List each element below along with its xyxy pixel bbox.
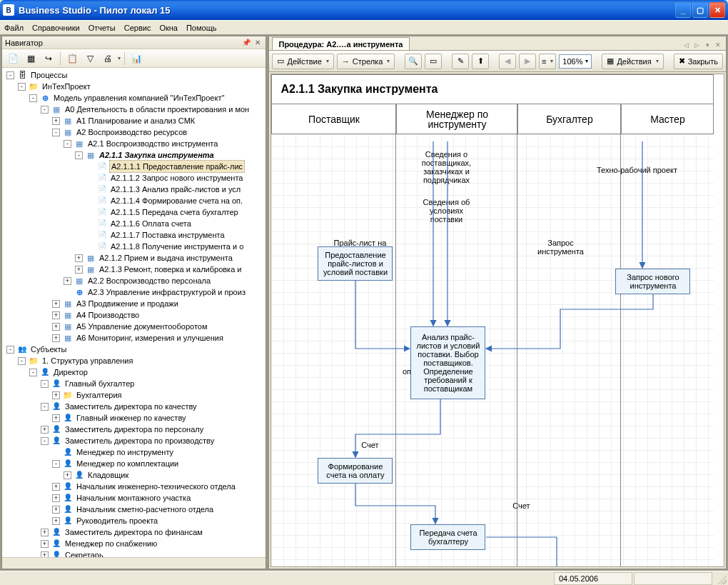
up-icon[interactable]: ⬆: [472, 54, 489, 69]
expand-icon[interactable]: -: [41, 380, 49, 388]
menu-Окна[interactable]: Окна: [159, 24, 178, 32]
expand-icon[interactable]: -: [29, 94, 37, 102]
node-newrequest[interactable]: Запрос нового инструмента: [615, 269, 690, 294]
expand-icon[interactable]: +: [41, 426, 49, 434]
tree-item[interactable]: A2.1.1.4 Формирование счета на оп.: [4, 195, 266, 206]
horizontal-scrollbar[interactable]: [2, 557, 266, 569]
close-diagram-button[interactable]: ✖ Закрыть: [674, 54, 723, 69]
tree-item[interactable]: +Главный инженер по качеству: [4, 412, 266, 424]
tree-item[interactable]: -Директор: [4, 366, 266, 378]
expand-icon[interactable]: -: [18, 83, 26, 91]
tree-item[interactable]: A2.1.1.5 Передача счета бухгалтер: [4, 206, 266, 218]
expand-icon[interactable]: +: [52, 414, 60, 422]
expand-icon[interactable]: -: [41, 437, 49, 445]
expand-icon[interactable]: +: [75, 266, 83, 274]
tree-item[interactable]: -ИнТехПроект: [4, 81, 266, 92]
zoom-in-icon[interactable]: 🔍: [405, 54, 422, 69]
expand-icon[interactable]: +: [52, 323, 60, 331]
forward-icon[interactable]: ▶: [519, 54, 536, 69]
pin-icon[interactable]: 📌: [241, 38, 251, 48]
tree-item[interactable]: А2.3 Управление инфраструктурой и произ: [4, 286, 266, 298]
copy-icon[interactable]: 📋: [64, 51, 80, 66]
tree-item[interactable]: A2.1.1.7 Поставка инструмента: [4, 229, 266, 241]
node-transferinvoice[interactable]: Передача счета бухгалтеру: [410, 524, 485, 550]
zoom-select[interactable]: 106% ▾: [559, 54, 592, 69]
menu-Справочники[interactable]: Справочники: [32, 24, 80, 32]
menu-Файл[interactable]: Файл: [4, 24, 24, 32]
node-analysis[interactable]: Анализ прайс-листов и условий поставки. …: [410, 326, 485, 399]
expand-icon[interactable]: +: [52, 506, 60, 514]
tree-item[interactable]: -A2 Воспроизводство ресурсов: [4, 126, 266, 138]
tree-item[interactable]: +A6 Мониторинг, измерения и улучшения: [4, 332, 266, 344]
page-icon[interactable]: ▭: [425, 54, 442, 69]
expand-icon[interactable]: [86, 220, 94, 228]
tree-item[interactable]: +Секретарь: [4, 549, 266, 557]
menu-Сервис[interactable]: Сервис: [124, 24, 151, 32]
expand-icon[interactable]: +: [41, 551, 49, 558]
print-icon[interactable]: 🖨: [100, 51, 116, 66]
redo-icon[interactable]: ↪: [41, 51, 56, 66]
expand-icon[interactable]: +: [41, 529, 49, 536]
tree-item[interactable]: A2.1.1.8 Получение инструмента и о: [4, 241, 266, 252]
expand-icon[interactable]: +: [52, 300, 60, 308]
tree-item[interactable]: -A2.1.1 Закупка инструмента: [4, 149, 266, 161]
tree-item[interactable]: -Модель управления компанией "ИнТехПроек…: [4, 92, 266, 104]
expand-icon[interactable]: [64, 289, 71, 296]
chart-icon[interactable]: 📊: [128, 51, 144, 66]
expand-icon[interactable]: +: [52, 391, 60, 399]
tree-item[interactable]: A2.1.1.6 Оплата счета: [4, 218, 266, 229]
tree-item[interactable]: +Начальник сметно-расчетного отдела: [4, 504, 266, 515]
tab-close-icon[interactable]: ✕: [713, 40, 723, 50]
filter-icon[interactable]: ▽: [82, 51, 98, 66]
tree-item[interactable]: -Менеджер по комплектации: [4, 458, 266, 469]
back-icon[interactable]: ◀: [499, 54, 516, 69]
expand-icon[interactable]: [86, 231, 94, 239]
tree-item[interactable]: +A2.1.2 Прием и выдача инструмента: [4, 252, 266, 264]
tab-menu-icon[interactable]: ▾: [702, 40, 712, 50]
tab-next-icon[interactable]: ▷: [692, 40, 702, 50]
arrow-button[interactable]: → Стрелка▾: [337, 54, 395, 69]
tree-item[interactable]: +A4 Производство: [4, 309, 266, 321]
tree-item[interactable]: A2.1.1.2 Запрос нового инструмента: [4, 172, 266, 184]
expand-icon[interactable]: +: [52, 334, 60, 342]
expand-icon[interactable]: +: [52, 311, 60, 319]
expand-icon[interactable]: [86, 186, 94, 194]
action-button[interactable]: ▭ Действие▾: [272, 54, 333, 69]
minimize-button[interactable]: _: [675, 2, 691, 18]
tab-procedure[interactable]: Процедура: A2.…а инструмента: [272, 37, 409, 50]
tree-item[interactable]: +Заместитель директора по персоналу: [4, 424, 266, 435]
expand-icon[interactable]: -: [6, 346, 14, 354]
tree-item[interactable]: +A1 Планирование и анализ СМК: [4, 115, 266, 126]
expand-icon[interactable]: +: [52, 117, 60, 125]
tree-item[interactable]: -Главный бухгалтер: [4, 378, 266, 389]
tree-item[interactable]: +Кладовщик: [4, 469, 266, 481]
menu-Отчеты[interactable]: Отчеты: [89, 24, 116, 32]
expand-icon[interactable]: [86, 174, 94, 182]
expand-icon[interactable]: [86, 163, 94, 171]
grid-icon[interactable]: ▦: [23, 51, 39, 66]
tree-item[interactable]: +Руководитель проекта: [4, 515, 266, 526]
expand-icon[interactable]: -: [41, 403, 49, 411]
tree-item[interactable]: -A2.1 Воспроизводство инструмента: [4, 138, 266, 149]
tree-item[interactable]: -1. Структура управления: [4, 355, 266, 366]
expand-icon[interactable]: +: [52, 494, 60, 502]
close-pane-icon[interactable]: ✕: [253, 38, 263, 48]
tree-item[interactable]: -A0 Деятельность в области проектировани…: [4, 104, 266, 115]
actions-button[interactable]: ▦ Действия▾: [602, 54, 663, 69]
node-forminvoice[interactable]: Формирование счета на оплату: [318, 458, 393, 484]
expand-icon[interactable]: +: [64, 471, 71, 479]
tree-item[interactable]: +A2.2 Воспроизводство персонала: [4, 275, 266, 286]
new-icon[interactable]: 📄: [5, 51, 21, 66]
menu-Помощь[interactable]: Помощь: [186, 24, 217, 32]
expand-icon[interactable]: -: [6, 71, 14, 79]
expand-icon[interactable]: -: [64, 140, 71, 148]
node-provide-pricelist[interactable]: Предоставление прайс-листов и условий по…: [318, 246, 393, 281]
maximize-button[interactable]: ▢: [692, 2, 708, 18]
tree-item[interactable]: -Процессы: [4, 69, 266, 81]
tree-item[interactable]: +A5 Управление документооборотом: [4, 321, 266, 332]
expand-icon[interactable]: [52, 449, 60, 456]
tab-prev-icon[interactable]: ◁: [681, 40, 691, 50]
canvas[interactable]: A2.1.1 Закупка инструмента ПоставщикМене…: [271, 74, 724, 567]
tree-item[interactable]: +Бухгалтерия: [4, 389, 266, 401]
tree-item[interactable]: -Субъекты: [4, 344, 266, 355]
